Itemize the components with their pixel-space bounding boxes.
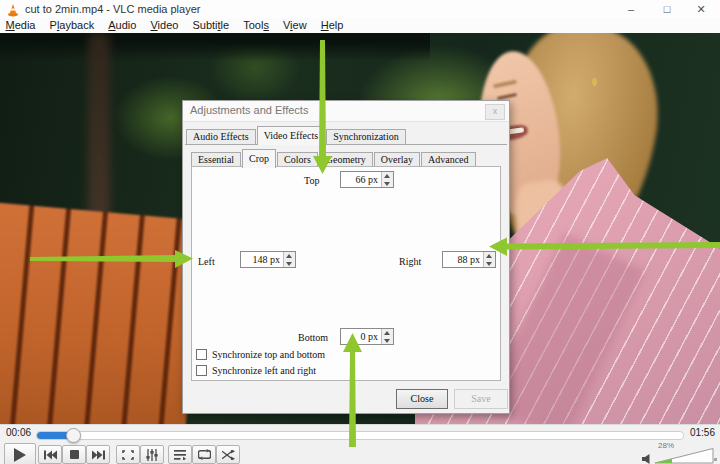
shuffle-icon [222,450,235,460]
menu-audio[interactable]: Audio [103,18,142,31]
crop-left-value: 148 px [241,252,283,267]
loop-icon [198,449,211,460]
spin-up-icon[interactable] [284,252,295,260]
title-bar: cut to 2min.mp4 - VLC media player – □ ✕ [0,0,720,18]
checkbox-label: Synchronize top and bottom [212,349,325,360]
tab-synchronization[interactable]: Synchronization [326,129,406,144]
subtab-essential[interactable]: Essential [191,152,241,167]
dialog-title-bar: Adjustments and Effects [183,101,509,122]
menu-bar: Media Playback Audio Video Subtitle Tool… [0,18,720,33]
video-backdrop [592,78,597,86]
menu-playback[interactable]: Playback [44,18,100,31]
crop-bottom-label: Bottom [298,332,328,343]
checkbox-icon[interactable] [196,365,207,376]
adjustments-button[interactable] [140,445,164,464]
checkbox-icon[interactable] [196,349,207,360]
elapsed-time: 00:06 [6,427,31,438]
crop-left-label: Left [198,256,215,267]
spin-up-icon[interactable] [484,252,495,260]
video-effects-subtab-bar: Essential Crop Colors Geometry Overlay A… [191,149,477,167]
tab-audio-effects[interactable]: Audio Effects [186,129,256,144]
spin-down-icon[interactable] [382,180,393,188]
tab-video-effects[interactable]: Video Effects [257,126,325,145]
stop-icon [70,450,79,459]
adjustments-effects-dialog: Adjustments and Effects x Audio Effects … [182,100,510,414]
play-icon [14,448,26,462]
player-control-bar: 00:06 01:56 [0,424,720,464]
transport-buttons: 28% [0,441,720,464]
crop-right-label: Right [399,256,421,267]
subtab-advanced[interactable]: Advanced [421,152,476,167]
checkbox-label: Synchronize left and right [212,365,316,376]
dialog-close-action-button[interactable]: Close [396,389,448,409]
volume-slider[interactable] [654,447,714,464]
spin-down-icon[interactable] [284,260,295,268]
spin-up-icon[interactable] [382,329,393,337]
crop-top-value: 66 px [341,172,381,187]
fullscreen-icon [122,450,134,460]
menu-media[interactable]: Media [0,18,41,31]
sync-top-bottom-checkbox[interactable]: Synchronize top and bottom [196,349,325,360]
dialog-close-button[interactable]: x [485,104,505,120]
playlist-button[interactable] [168,445,192,464]
crop-panel: Top 66 px Left 148 px Right 88 px Bottom… [191,166,501,381]
crop-bottom-spinbox[interactable]: 0 px [340,328,394,345]
video-bench [0,202,204,424]
maximize-button[interactable]: □ [650,0,684,18]
crop-left-spinbox[interactable]: 148 px [240,251,296,268]
tab-divider [185,144,507,145]
close-window-button[interactable]: ✕ [684,0,718,18]
crop-top-label: Top [304,175,319,186]
crop-bottom-value: 0 px [341,329,381,344]
play-button[interactable] [4,443,36,464]
seek-bar[interactable] [36,431,684,440]
sync-left-right-checkbox[interactable]: Synchronize left and right [196,365,316,376]
crop-right-value: 88 px [443,252,483,267]
shuffle-button[interactable] [216,445,240,464]
volume-control[interactable]: 28% [640,441,718,464]
total-time: 01:56 [690,427,715,438]
effects-tab-bar: Audio Effects Video Effects Synchronizat… [186,126,506,144]
menu-help[interactable]: Help [315,18,349,31]
previous-icon [44,450,57,460]
loop-button[interactable] [192,445,216,464]
menu-view[interactable]: View [277,18,312,31]
spin-down-icon[interactable] [382,337,393,345]
minimize-button[interactable]: – [614,0,648,18]
video-backdrop [88,33,110,228]
menu-tools[interactable]: Tools [238,18,275,31]
subtab-geometry[interactable]: Geometry [319,152,373,167]
subtab-crop[interactable]: Crop [242,149,276,168]
next-icon [92,450,105,460]
window-title: cut to 2min.mp4 - VLC media player [25,3,200,15]
crop-right-spinbox[interactable]: 88 px [442,251,496,268]
menu-subtitle[interactable]: Subtitle [187,18,235,31]
stop-button[interactable] [62,445,86,464]
resize-grip[interactable] [714,458,717,461]
menu-video[interactable]: Video [145,18,184,31]
subtab-colors[interactable]: Colors [277,152,318,167]
dialog-title: Adjustments and Effects [190,104,308,116]
fullscreen-button[interactable] [116,445,140,464]
speaker-icon [642,450,650,464]
previous-button[interactable] [38,445,62,464]
spin-up-icon[interactable] [382,172,393,180]
subtab-overlay[interactable]: Overlay [374,152,420,167]
video-backdrop [0,33,430,61]
equalizer-icon [146,449,158,461]
vlc-window: cut to 2min.mp4 - VLC media player – □ ✕… [0,0,720,464]
playlist-icon [174,450,186,460]
crop-top-spinbox[interactable]: 66 px [340,171,394,188]
spin-down-icon[interactable] [484,260,495,268]
dialog-save-button[interactable]: Save [454,389,508,409]
next-button[interactable] [86,445,110,464]
